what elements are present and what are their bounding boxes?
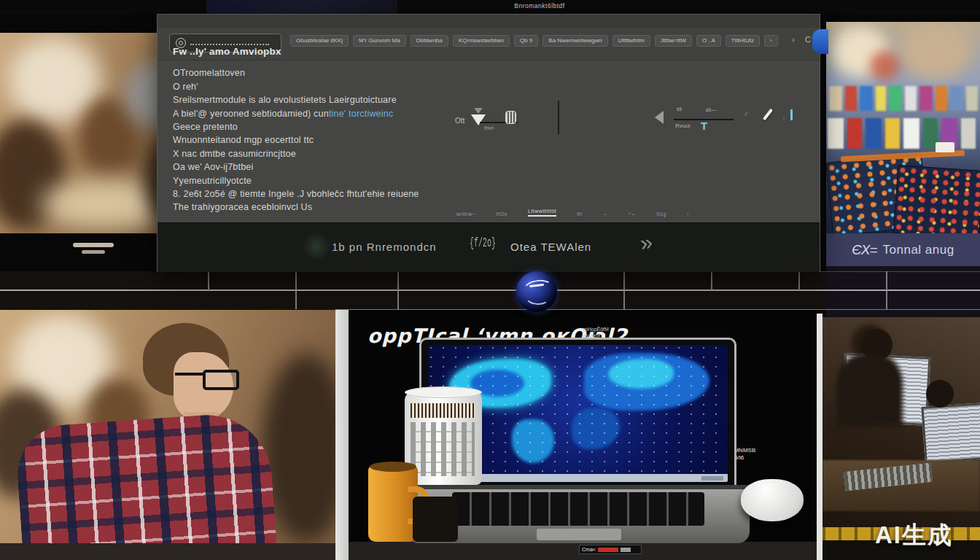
barrel-icon[interactable] xyxy=(505,111,516,124)
brace-icon: {f/2o} xyxy=(470,236,496,251)
subtab[interactable]: ttr xyxy=(577,211,583,217)
toolbar-tab[interactable]: TtltHtUtz xyxy=(726,35,760,47)
grid-tick xyxy=(798,271,800,290)
brand-logo: ЄX= xyxy=(852,242,876,258)
subtab[interactable]: wrttrw~ xyxy=(456,211,475,217)
subtab-active[interactable]: Lttwwttltttlt xyxy=(528,209,556,217)
glasses-icon xyxy=(203,370,239,390)
list-item: Yyemeutricillyotcte xyxy=(173,174,421,187)
sticker-gray-block xyxy=(621,548,631,552)
vertical-divider-right xyxy=(817,314,822,560)
thvn-label: thvn xyxy=(484,125,494,131)
ott-label: Ott xyxy=(455,117,464,125)
mug-opening xyxy=(370,462,416,472)
blue-cursor[interactable]: T xyxy=(701,120,707,132)
toolbar-tab[interactable]: Uttttwfntm xyxy=(612,35,650,47)
small-gray-triangle-icon xyxy=(474,108,483,114)
list-item: X nac dmtbe casumicrincjttoe xyxy=(173,147,421,160)
app-window: Gbusbtealae itKKj M'r Gunvom Ma Dbbtwnba… xyxy=(158,15,820,271)
footer-arrow-icon[interactable]: » xyxy=(639,230,654,256)
person-silhouette xyxy=(926,380,954,408)
toolbar-tab[interactable]: KQrmswstwrbtwn xyxy=(453,35,510,47)
top-tiny-title: Bnromankt6lbtdf xyxy=(467,2,612,9)
subtab-row: wrttrw~ ttl2n Lttwwttltttlt ttr ⌄ ~⌄ tt1… xyxy=(456,209,799,217)
white-bowl xyxy=(741,479,804,521)
subtab[interactable]: ⌄ xyxy=(603,211,607,217)
laptop-base xyxy=(407,485,750,543)
window-footer: 1b pn Rnremondcn {f/2o} Otea TEWAlen » xyxy=(158,222,820,272)
list-item: 8. 2e6t 2o5é @ tiemte Ingele .J vbohleĉc… xyxy=(173,187,421,201)
photo-bottom-left xyxy=(0,310,335,543)
list-item: Geece pretento xyxy=(173,120,421,133)
caption-text: Tonnal anug xyxy=(883,243,954,257)
link-pre-text: A biel'@ yerooned sebtiodamied) cun xyxy=(173,109,329,119)
stamp-grid xyxy=(411,422,475,476)
toolbar-tab[interactable]: Jttbw=ttW xyxy=(655,35,692,47)
inline-link[interactable]: tine' torctiweinc xyxy=(329,109,393,119)
list-item: O reh' xyxy=(173,80,421,93)
back-triangle-icon[interactable] xyxy=(655,111,664,124)
vertical-divider-left xyxy=(335,310,349,560)
blue-bar-icon[interactable] xyxy=(790,109,793,120)
photo-detail xyxy=(899,22,972,80)
grid-tick xyxy=(886,291,887,309)
toolbar-tab[interactable]: › xyxy=(764,35,778,47)
grid-tick xyxy=(397,271,399,290)
menu-icon[interactable] xyxy=(73,243,117,257)
cylinder-top xyxy=(405,386,482,398)
toolbar-tab[interactable]: O , A xyxy=(696,35,721,47)
pen-icon[interactable] xyxy=(763,109,773,121)
list-item: OTroomelattoven xyxy=(173,66,421,79)
grid-tick xyxy=(295,291,297,309)
center-panel: oppTIcal ʻvmn ᴏᴋQɟɔl2 ʒpHopĔŏfṀ ʒpɔpĕŏf … xyxy=(349,310,817,560)
tiny-dot-glyph: ı xyxy=(783,115,785,120)
blue-notch xyxy=(812,29,828,54)
grid-tick xyxy=(711,271,712,290)
sticker-text: Cma< xyxy=(582,547,596,552)
subtab[interactable]: tt1g xyxy=(656,211,666,217)
list-header: Fw ..Iy' amo Amviopbx xyxy=(173,45,421,58)
toolbar-chevron-icon[interactable]: › xyxy=(792,35,795,44)
keyboard[interactable] xyxy=(452,492,704,526)
person-silhouette xyxy=(837,354,903,427)
laptop-hinge xyxy=(407,485,750,489)
subtab[interactable]: ttl2n xyxy=(496,211,508,217)
screenshot-root: Bnromankt6lbtdf xyxy=(0,0,980,560)
toolbar-moon-icon[interactable]: C xyxy=(805,35,811,44)
glasses-temple xyxy=(175,373,204,376)
list-item: Sreilsmertmodule is alo evolustietets La… xyxy=(173,93,421,106)
grid-tick xyxy=(886,271,887,290)
trackpad[interactable] xyxy=(537,529,621,540)
rvuui-label: Rvuui xyxy=(675,122,690,129)
barcode xyxy=(411,403,475,418)
grid-line-mid xyxy=(0,289,980,291)
sticker-badge: Cma< xyxy=(579,545,642,554)
yellow-mug xyxy=(368,466,418,542)
shelf-row xyxy=(829,86,978,111)
photo-top-right xyxy=(826,22,980,233)
grid-tick xyxy=(208,271,209,290)
grid-tick xyxy=(623,271,625,290)
subtab[interactable]: ~⌄ xyxy=(628,211,636,217)
list-item: The trahiygoracea ecebloinvcl Us xyxy=(173,201,421,214)
plaid-shirt xyxy=(14,411,277,543)
toolbar-tab[interactable]: Qb 9 xyxy=(514,35,538,47)
globe-orb-icon xyxy=(516,271,557,312)
bottom-left-strip xyxy=(0,543,335,560)
dark-mug xyxy=(413,497,458,542)
list-item-with-link: A biel'@ yerooned sebtiodamied) cuntine'… xyxy=(173,107,421,120)
download-arrow-icon[interactable] xyxy=(471,114,486,125)
content-list: Fw ..Iy' amo Amviopbx OTroomelattoven O … xyxy=(173,45,421,214)
sticker-red-block xyxy=(598,548,618,552)
price-tag xyxy=(936,142,954,152)
content-divider xyxy=(558,101,559,134)
small-box-icon[interactable]: ▫̈ xyxy=(744,111,747,118)
ai-watermark: AI生成 xyxy=(875,519,953,552)
toolbar-tab[interactable]: Ba Nwemwntwwgwn xyxy=(542,35,607,47)
grid-tick xyxy=(623,291,625,309)
window-titlebar[interactable] xyxy=(158,15,820,28)
machine-panel xyxy=(893,165,980,233)
tick-glyphs-2: ɕŝ— xyxy=(706,107,716,112)
list-item: Oa we' Aov-ij7btbei xyxy=(173,160,421,174)
subtab-chevron[interactable]: › xyxy=(687,211,689,217)
